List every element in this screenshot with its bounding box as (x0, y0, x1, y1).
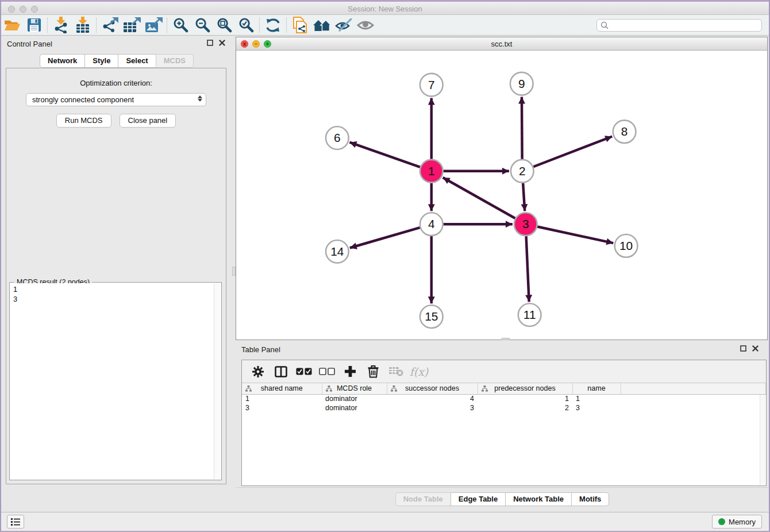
network-file-icon[interactable] (289, 16, 311, 34)
node-label: 6 (334, 131, 341, 144)
export-image-icon[interactable] (143, 16, 164, 34)
graph-node-4[interactable]: 4 (420, 213, 443, 236)
cell-shared-name: 1 (242, 394, 322, 403)
table-settings-icon[interactable] (248, 363, 268, 381)
zoom-fit-icon[interactable] (213, 16, 235, 34)
column-header-predecessor-nodes[interactable]: predecessor nodes (478, 383, 572, 394)
edge-3-10[interactable] (537, 227, 613, 244)
hide-eye-icon[interactable] (333, 16, 355, 34)
graph-node-14[interactable]: 14 (326, 240, 349, 263)
node-table: shared nameMCDS rolesuccessor nodesprede… (242, 383, 766, 413)
edge-2-8[interactable] (533, 136, 612, 167)
tab-edge-table[interactable]: Edge Table (451, 492, 506, 506)
delete-table-icon[interactable] (386, 363, 406, 381)
task-history-button[interactable] (7, 515, 24, 529)
result-scrollbar[interactable] (214, 283, 221, 479)
graph-node-10[interactable]: 10 (615, 234, 638, 257)
column-header-successor-nodes[interactable]: successor nodes (387, 383, 478, 394)
cell-shared-name: 3 (242, 403, 322, 413)
column-header-shared-name[interactable]: shared name (242, 383, 322, 394)
graph-node-6[interactable]: 6 (326, 126, 349, 149)
graph-node-2[interactable]: 2 (511, 160, 534, 183)
show-eye-icon[interactable] (355, 16, 376, 34)
column-header-label: name (587, 384, 605, 392)
search-field[interactable] (596, 19, 762, 32)
run-mcds-button[interactable]: Run MCDS (56, 114, 111, 128)
table-row[interactable]: 3dominator323 (242, 403, 766, 413)
node-label: 9 (518, 77, 525, 90)
float-panel-icon[interactable] (207, 40, 213, 46)
table-panel-title: Table Panel (241, 345, 280, 354)
criterion-select[interactable]: strongly connected component (26, 93, 206, 106)
import-table-icon[interactable] (72, 16, 94, 34)
edge-1-6[interactable] (349, 142, 420, 167)
zoom-in-icon[interactable] (170, 16, 191, 34)
node-label: 15 (425, 310, 438, 323)
table-scrollbar[interactable] (760, 395, 765, 485)
close-panel-button[interactable]: Close panel (120, 114, 176, 128)
graph-node-9[interactable]: 9 (510, 72, 533, 95)
titlebar: Session: New Session (1, 0, 769, 15)
cell-MCDS-role: dominator (322, 403, 387, 413)
column-header-label: shared name (261, 384, 303, 392)
network-window-resize-grip[interactable] (502, 338, 510, 340)
table-toolbar: f(x) (242, 360, 766, 383)
mcds-result-list[interactable]: 1 3 (10, 283, 214, 479)
column-header-name[interactable]: name (572, 383, 621, 394)
table-float-panel-icon[interactable] (740, 345, 746, 352)
edge-2-9[interactable] (522, 97, 522, 159)
close-panel-icon[interactable] (219, 40, 225, 46)
graph-node-8[interactable]: 8 (613, 120, 636, 143)
graph-node-11[interactable]: 11 (518, 303, 541, 326)
graph-node-7[interactable]: 7 (420, 74, 443, 97)
search-input[interactable] (609, 20, 761, 30)
tab-node-table[interactable]: Node Table (395, 492, 451, 506)
list-icon (11, 518, 20, 526)
edge-2-3[interactable] (523, 183, 525, 211)
add-column-icon[interactable] (340, 363, 360, 381)
delete-column-icon[interactable] (363, 363, 383, 381)
home-icon[interactable] (311, 16, 333, 34)
open-folder-icon[interactable] (1, 16, 23, 34)
column-header-label: MCDS role (337, 384, 372, 392)
tab-select[interactable]: Select (118, 54, 156, 68)
function-builder-icon[interactable]: f(x) (409, 363, 429, 381)
tab-motifs[interactable]: Motifs (571, 492, 609, 506)
network-window-title: scc.txt (236, 40, 767, 48)
network-canvas[interactable]: 7968124314101511 (236, 51, 767, 340)
control-panel-tabs: Network Style Select MCDS (40, 54, 194, 68)
deselect-all-icon[interactable] (317, 363, 337, 381)
column-header-filler (621, 383, 766, 394)
select-all-icon[interactable] (294, 363, 314, 381)
import-network-icon[interactable] (50, 16, 72, 34)
export-network-icon[interactable] (99, 16, 121, 34)
graph-node-1[interactable]: 1 (420, 160, 443, 183)
network-window-titlebar[interactable]: x – + scc.txt (236, 37, 767, 51)
node-label: 3 (522, 217, 529, 230)
search-icon (600, 21, 609, 29)
tab-mcds[interactable]: MCDS (156, 54, 194, 68)
zoom-out-icon[interactable] (191, 16, 213, 34)
column-header-MCDS-role[interactable]: MCDS role (322, 383, 387, 394)
tab-style[interactable]: Style (84, 54, 118, 68)
refresh-icon[interactable] (262, 16, 284, 34)
tab-network[interactable]: Network (40, 54, 85, 68)
table-panel: Table Panel (236, 341, 769, 512)
tab-network-table[interactable]: Network Table (505, 492, 572, 506)
edge-4-14[interactable] (350, 228, 420, 248)
table-close-panel-icon[interactable] (752, 345, 759, 352)
edge-3-1[interactable] (443, 178, 515, 218)
graph-node-3[interactable]: 3 (514, 213, 537, 236)
memory-button[interactable]: Memory (712, 515, 762, 529)
zoom-selected-icon[interactable] (235, 16, 257, 34)
window-title: Session: New Session (1, 5, 769, 13)
mcds-panel-body: Optimization criterion: strongly connect… (6, 68, 226, 484)
network-graph: 7968124314101511 (236, 51, 767, 340)
save-icon[interactable] (23, 16, 45, 34)
network-view-window: x – + scc.txt 7968124314101511 (236, 37, 768, 340)
edge-3-11[interactable] (526, 236, 529, 302)
graph-node-15[interactable]: 15 (420, 305, 443, 328)
table-row[interactable]: 1dominator411 (242, 394, 766, 403)
split-columns-icon[interactable] (271, 363, 291, 381)
export-table-icon[interactable] (121, 16, 143, 34)
